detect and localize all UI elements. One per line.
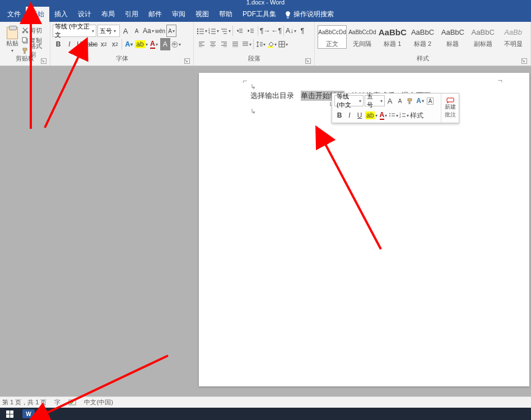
paste-button[interactable]: 粘贴 ▾ [2,24,22,55]
dec-indent-button[interactable] [235,25,245,37]
mt-format-painter[interactable] [406,95,414,107]
tab-references[interactable]: 引用 [120,7,143,22]
font-dialog-launcher[interactable] [184,58,190,64]
line-spacing-icon [256,41,263,48]
dec-indent-icon [236,27,243,34]
group-styles: AaBbCcDd正文AaBbCcDd无间隔AaBbC标题 1AaBbC标题 2A… [315,22,531,66]
font-name-combo[interactable]: 等线 (中文正文▾ [53,25,96,37]
styles-dialog-launcher[interactable] [521,58,527,64]
mt-size-combo[interactable]: 五号▾ [365,95,385,106]
tab-insert[interactable]: 插入 [49,7,73,22]
align-right-button[interactable] [219,38,229,50]
tab-view[interactable]: 视图 [190,7,214,22]
multilevel-icon [220,27,228,34]
style-item-4[interactable]: AaBbC标题 [438,25,467,49]
style-item-3[interactable]: AaBbC标题 2 [408,25,437,49]
underline-button[interactable]: U [76,38,86,50]
text-effects-button[interactable]: A [124,38,134,50]
numbering-icon: 12 [399,113,406,118]
mt-new-comment[interactable]: 新建 批注 [441,94,459,123]
tellme-search[interactable]: 操作说明搜索 [285,10,334,19]
paragraph-dialog-launcher[interactable] [305,58,311,64]
show-marks-button[interactable]: ¶ [297,25,308,37]
tab-layout[interactable]: 布局 [96,7,120,22]
style-item-5[interactable]: AaBbC副标题 [468,25,497,49]
font-group-label: 字体 [53,55,191,64]
subscript-button[interactable]: x2 [99,38,109,50]
paste-icon [7,27,18,39]
strikethrough-button[interactable]: abc [87,38,97,50]
mt-font-color[interactable]: A [416,95,425,107]
line-spacing-button[interactable] [255,38,266,50]
mt-styles[interactable]: 样式 [410,109,423,122]
bullets-button[interactable] [197,25,207,37]
tab-design[interactable]: 设计 [73,7,96,22]
tab-review[interactable]: 审阅 [167,7,190,22]
mt-shrink-font[interactable]: A [395,95,404,107]
taskbar-word[interactable]: W [19,408,38,420]
char-shading-button[interactable]: A [160,38,170,50]
tab-pdftools[interactable]: PDF工具集 [237,7,281,22]
phonetic-guide-button[interactable]: wén [155,25,165,37]
mt-bullets[interactable] [389,109,398,122]
mt-italic[interactable]: I [345,109,354,122]
ltr-button[interactable]: ¶→ [260,25,270,37]
style-item-1[interactable]: AaBbCcDd无间隔 [348,25,377,49]
italic-button[interactable]: I [64,38,74,50]
status-language[interactable]: 中文(中国) [84,398,113,407]
mt-font-color2[interactable]: A [379,109,388,122]
mt-bold[interactable]: B [335,109,344,122]
numbering-button[interactable]: 123 [208,25,219,37]
cut-button[interactable]: 剪切 [22,26,48,35]
mt-numbering[interactable]: 12 [399,109,409,122]
tab-mail[interactable]: 邮件 [143,7,167,22]
sort-button[interactable]: A↓ [286,25,296,37]
borders-icon [278,41,285,48]
mt-font-combo[interactable]: 等线 (中文▾ [334,95,364,106]
start-button[interactable] [0,408,19,420]
align-left-icon [198,41,205,47]
bullets-icon [389,113,395,118]
superscript-button[interactable]: x2 [110,38,120,50]
cut-icon [22,27,29,34]
style-item-2[interactable]: AaBbC标题 1 [378,25,407,49]
char-border-button[interactable]: A [166,25,176,37]
style-item-0[interactable]: AaBbCcDd正文 [318,25,347,49]
align-center-button[interactable] [208,38,218,50]
multilevel-list-button[interactable] [220,25,231,37]
font-size-combo[interactable]: 五号▾ [97,25,120,37]
text-segment-0[interactable]: 选择输出目录 [250,91,294,101]
style-item-6[interactable]: AaBb不明显 [499,25,528,49]
format-painter-button[interactable]: 格式刷 [22,46,48,55]
distribute-button[interactable] [241,38,251,50]
status-spellcheck[interactable] [68,399,76,406]
highlight-button[interactable]: ab [135,38,147,50]
mt-clear-format[interactable]: A [426,95,435,107]
ribbon: 粘贴 ▾ 剪切 复制 格式刷 剪贴板 等线 (中文正文▾ 五号▾ A A Aa … [0,22,531,66]
mt-grow-font[interactable]: A [385,95,394,107]
shrink-font-button[interactable]: A [132,25,142,37]
justify-button[interactable] [230,38,240,50]
justify-icon [232,41,239,47]
windows-logo-icon [6,410,13,418]
borders-button[interactable] [278,38,288,50]
status-page[interactable]: 第 1 页，共 1 页 [2,398,46,407]
grow-font-button[interactable]: A [120,25,131,37]
mt-highlight[interactable]: ab [365,109,378,122]
change-case-button[interactable]: Aa [143,25,154,37]
bold-button[interactable]: B [53,38,63,50]
enclose-char-button[interactable]: ㊥ [171,38,181,50]
inc-indent-button[interactable] [246,25,256,37]
paragraph-group-label: 段落 [196,55,312,64]
lightbulb-icon [285,11,291,18]
font-color-button[interactable]: A [149,38,159,50]
align-left-button[interactable] [197,38,207,50]
tab-file[interactable]: 文件 [2,7,26,22]
mt-underline[interactable]: U [355,109,364,122]
tab-help[interactable]: 帮助 [214,7,237,22]
tab-home[interactable]: 开始 [26,7,49,22]
shading-button[interactable] [267,38,277,50]
clipboard-dialog-launcher[interactable] [41,58,46,64]
status-wordcount[interactable]: 字 [54,398,60,407]
rtl-button[interactable]: ←¶ [271,25,281,37]
